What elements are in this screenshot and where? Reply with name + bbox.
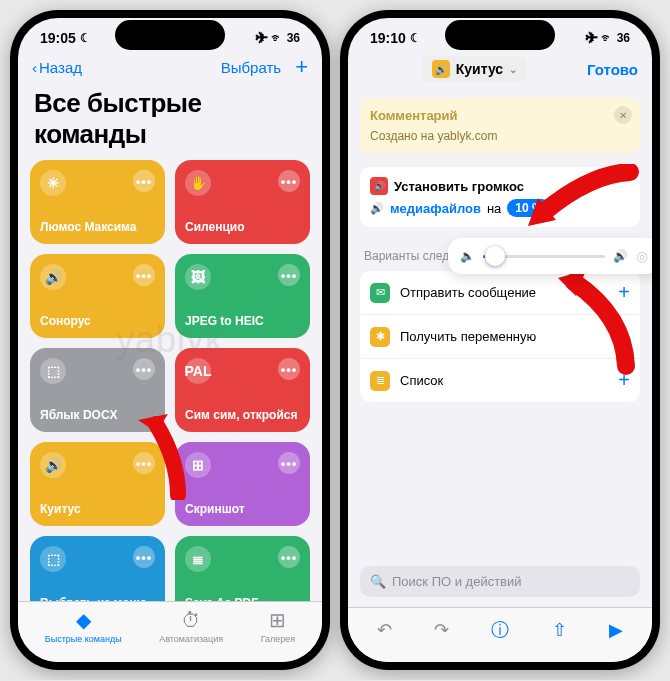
tab-icon: ⏱ xyxy=(181,609,201,632)
chevron-down-icon: ⌄ xyxy=(509,64,517,75)
card-label: JPEG to HEIC xyxy=(185,314,300,328)
card-menu-button[interactable]: ••• xyxy=(278,170,300,192)
na-label: на xyxy=(487,201,501,216)
add-option-button[interactable]: + xyxy=(618,325,630,348)
moon-icon: ☾ xyxy=(80,31,91,45)
card-menu-button[interactable]: ••• xyxy=(133,358,155,380)
volume-value-pill[interactable]: 10 % xyxy=(507,199,550,217)
card-icon: ⬚ xyxy=(40,358,66,384)
shortcut-title-chip[interactable]: 🔊 Куитус ⌄ xyxy=(422,56,527,82)
shortcut-card[interactable]: ✋•••Силенцио xyxy=(175,160,310,244)
editor-nav: 🔊 Куитус ⌄ Готово xyxy=(348,48,652,90)
redo-button[interactable]: ↷ xyxy=(434,619,449,641)
phone-right: 19:10☾ ✈ ᯤ 36 🔊 Куитус ⌄ Готово Коммента… xyxy=(340,10,660,670)
shortcut-card[interactable]: 🔊•••Сонорус xyxy=(30,254,165,338)
tab-icon: ◆ xyxy=(76,608,91,632)
back-button[interactable]: ‹ Назад xyxy=(32,59,82,76)
option-row[interactable]: ✱Получить переменную+ xyxy=(360,315,640,359)
shortcut-title: Куитус xyxy=(456,61,503,77)
shortcut-card[interactable]: 🔊•••Куитус xyxy=(30,442,165,526)
card-menu-button[interactable]: ••• xyxy=(133,452,155,474)
card-menu-button[interactable]: ••• xyxy=(278,264,300,286)
editor-toolbar: ↶ ↷ ⓘ ⇧ ▶ xyxy=(348,607,652,662)
next-actions-list: ✉Отправить сообщение+✱Получить переменну… xyxy=(360,271,640,402)
card-menu-button[interactable]: ••• xyxy=(133,170,155,192)
moon-icon: ☾ xyxy=(410,31,421,45)
speaker-small-icon: 🔊 xyxy=(370,202,384,215)
card-label: Яблык DOCX xyxy=(40,408,155,422)
close-icon[interactable]: ✕ xyxy=(614,106,632,124)
status-icons: ✈ ᯤ 36 xyxy=(586,31,630,45)
route-icon[interactable]: ◎ xyxy=(636,248,648,264)
card-icon: ✋ xyxy=(185,170,211,196)
shortcuts-grid: ☀•••Люмос Максима✋•••Силенцио🔊•••Сонорус… xyxy=(18,160,322,601)
select-button[interactable]: Выбрать xyxy=(221,59,281,76)
dynamic-island xyxy=(115,20,225,50)
card-label: Силенцио xyxy=(185,220,300,234)
card-icon: 🔊 xyxy=(40,264,66,290)
speaker-low-icon: 🔈 xyxy=(460,249,475,263)
page-title: Все быстрые команды xyxy=(18,86,322,160)
status-icons: ✈ ᯤ 36 xyxy=(256,31,300,45)
info-button[interactable]: ⓘ xyxy=(491,618,509,642)
done-button[interactable]: Готово xyxy=(587,61,638,78)
share-button[interactable]: ⇧ xyxy=(552,619,567,641)
comment-header: Комментарий xyxy=(370,108,630,123)
tab-bar: ◆Быстрые команды⏱Автоматизация⊞Галерея xyxy=(18,601,322,662)
card-menu-button[interactable]: ••• xyxy=(278,358,300,380)
shortcut-card[interactable]: ☀•••Люмос Максима xyxy=(30,160,165,244)
card-icon: PAL xyxy=(185,358,211,384)
option-label: Список xyxy=(400,373,443,388)
tab-label: Быстрые команды xyxy=(45,634,122,644)
editor-body: Комментарий Создано на yablyk.com ✕ 🔊 Ус… xyxy=(348,90,652,556)
play-button[interactable]: ▶ xyxy=(609,619,623,641)
status-time: 19:10 xyxy=(370,30,406,46)
card-menu-button[interactable]: ••• xyxy=(133,546,155,568)
card-label: Сонорус xyxy=(40,314,155,328)
search-placeholder: Поиск ПО и действий xyxy=(392,574,522,589)
card-icon: 🖼 xyxy=(185,264,211,290)
back-label: Назад xyxy=(39,59,82,76)
card-label: Выбрать из меню xyxy=(40,596,155,601)
card-icon: ⬚ xyxy=(40,546,66,572)
add-option-button[interactable]: + xyxy=(618,281,630,304)
add-option-button[interactable]: + xyxy=(618,369,630,392)
card-menu-button[interactable]: ••• xyxy=(278,452,300,474)
card-label: Save As PDF xyxy=(185,596,300,601)
slider-track[interactable] xyxy=(483,255,605,258)
shortcut-card[interactable]: 🖼•••JPEG to HEIC xyxy=(175,254,310,338)
tab-Автоматизация[interactable]: ⏱Автоматизация xyxy=(159,609,223,644)
set-volume-action[interactable]: 🔊 Установить громкос 🔊 медиафайлов на 10… xyxy=(360,167,640,227)
screen-left: 19:05☾ ✈ ᯤ 36 ‹ Назад Выбрать + Все быст… xyxy=(18,18,322,662)
option-icon: ✱ xyxy=(370,327,390,347)
tab-Галерея[interactable]: ⊞Галерея xyxy=(261,608,296,644)
shortcut-card[interactable]: ≣•••Save As PDF xyxy=(175,536,310,601)
volume-slider-popover[interactable]: 🔈 🔊 ◎ xyxy=(448,238,652,274)
add-button[interactable]: + xyxy=(295,54,308,80)
tab-label: Галерея xyxy=(261,634,296,644)
option-label: Отправить сообщение xyxy=(400,285,536,300)
card-menu-button[interactable]: ••• xyxy=(133,264,155,286)
card-label: Скриншот xyxy=(185,502,300,516)
tab-label: Автоматизация xyxy=(159,634,223,644)
media-link[interactable]: медиафайлов xyxy=(390,201,481,216)
screen-right: 19:10☾ ✈ ᯤ 36 🔊 Куитус ⌄ Готово Коммента… xyxy=(348,18,652,662)
status-time: 19:05 xyxy=(40,30,76,46)
search-field[interactable]: 🔍 Поиск ПО и действий xyxy=(360,566,640,597)
option-row[interactable]: ✉Отправить сообщение+ xyxy=(360,271,640,315)
shortcut-card[interactable]: ⬚•••Яблык DOCX xyxy=(30,348,165,432)
shortcut-card[interactable]: PAL•••Сим сим, откройся xyxy=(175,348,310,432)
option-label: Получить переменную xyxy=(400,329,536,344)
card-label: Люмос Максима xyxy=(40,220,155,234)
tab-Быстрые команды[interactable]: ◆Быстрые команды xyxy=(45,608,122,644)
card-label: Сим сим, откройся xyxy=(185,408,300,422)
shortcut-card[interactable]: ⬚•••Выбрать из меню xyxy=(30,536,165,601)
shortcut-card[interactable]: ⊞•••Скриншот xyxy=(175,442,310,526)
card-icon: ⊞ xyxy=(185,452,211,478)
option-row[interactable]: ≣Список+ xyxy=(360,359,640,402)
slider-knob[interactable] xyxy=(485,246,505,266)
undo-button[interactable]: ↶ xyxy=(377,619,392,641)
speaker-icon: 🔊 xyxy=(370,177,388,195)
card-menu-button[interactable]: ••• xyxy=(278,546,300,568)
card-icon: 🔊 xyxy=(40,452,66,478)
